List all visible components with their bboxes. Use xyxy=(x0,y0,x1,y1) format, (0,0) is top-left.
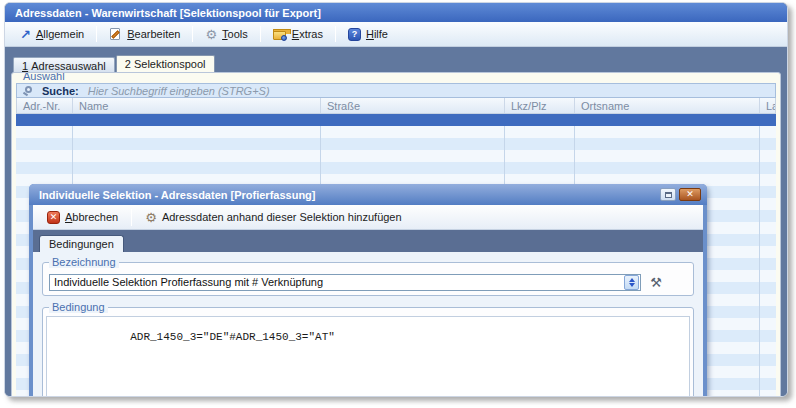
column-header-adrnr[interactable]: Adr.-Nr. xyxy=(17,98,73,113)
menu-item-hilfe[interactable]: ? Hilfe xyxy=(341,25,395,44)
magnifier-icon xyxy=(23,85,35,97)
grid-line xyxy=(759,126,760,397)
search-placeholder: Hier Suchbegriff eingeben (STRG+S) xyxy=(88,85,270,97)
dialog-toolbar: ✕ Abbrechen ⚙ Adressdaten anhand dieser … xyxy=(33,205,703,230)
individuelle-selektion-dialog: Individuelle Selektion - Adressdaten [Pr… xyxy=(29,184,707,397)
cancel-x-icon: ✕ xyxy=(47,211,60,224)
tab-bedingungen[interactable]: Bedingungen xyxy=(39,235,124,252)
column-header-lkzplz[interactable]: Lkz/Plz xyxy=(505,98,575,113)
close-button[interactable]: ✕ xyxy=(679,188,701,201)
bedingung-groupbox: Bedingung ADR_1450_3="DE"#ADR_1450_3="AT… xyxy=(42,307,694,397)
search-label: Suche: xyxy=(42,85,79,97)
arrow-up-right-icon: ↗ xyxy=(20,29,31,40)
tools-gear-icon: ⚙ xyxy=(205,28,217,41)
menu-item-bearbeiten[interactable]: Bearbeiten xyxy=(102,25,187,44)
add-selection-button[interactable]: ⚙ Adressdaten anhand dieser Selektion hi… xyxy=(139,209,407,226)
column-header-ortsname[interactable]: Ortsname xyxy=(575,98,760,113)
bedingung-expression: ADR_1450_3="DE"#ADR_1450_3="AT" xyxy=(130,331,335,343)
hammer-icon[interactable]: ⚒ xyxy=(641,276,671,289)
search-input[interactable]: Suche: Hier Suchbegriff eingeben (STRG+S… xyxy=(16,83,776,98)
bedingungen-page: Bezeichnung Individuelle Selektion Profi… xyxy=(33,252,703,397)
menu-separator xyxy=(335,26,336,42)
gear-icon: ⚙ xyxy=(145,211,157,224)
menu-item-extras[interactable]: Extras xyxy=(266,25,330,43)
tab-selektionspool[interactable]: 2 Selektionspool xyxy=(116,55,215,72)
empty-grid-row xyxy=(16,162,776,174)
restore-icon xyxy=(665,192,672,198)
restore-button[interactable] xyxy=(660,188,676,201)
dialog-tabstrip: Bedingungen xyxy=(33,230,703,252)
main-content: 1 Adressauswahl 2 Selektionspool Auswahl… xyxy=(5,47,787,397)
auswahl-legend: Auswahl xyxy=(20,72,68,82)
empty-grid-row xyxy=(16,150,776,162)
tab-adressauswahl[interactable]: 1 Adressauswahl xyxy=(13,57,115,72)
menu-item-tools[interactable]: ⚙ Tools xyxy=(198,25,254,44)
bedingung-legend: Bedingung xyxy=(49,301,108,313)
up-down-spinner-icon[interactable] xyxy=(624,275,639,290)
bezeichnung-legend: Bezeichnung xyxy=(49,256,119,268)
bezeichnung-value: Individuelle Selektion Profierfassung mi… xyxy=(50,276,624,288)
abbrechen-button[interactable]: ✕ Abbrechen xyxy=(41,209,124,226)
menu-bar: ↗ Allgemein Bearbeiten ⚙ Tools Extras ? … xyxy=(5,22,787,47)
dialog-titlebar[interactable]: Individuelle Selektion - Adressdaten [Pr… xyxy=(29,184,707,205)
app-window: Adressdaten - Warenwirtschaft [Selektion… xyxy=(4,2,788,397)
empty-grid-row xyxy=(16,138,776,150)
bedingung-textarea[interactable]: ADR_1450_3="DE"#ADR_1450_3="AT" xyxy=(46,316,690,397)
edit-icon xyxy=(109,28,122,41)
main-tabs: 1 Adressauswahl 2 Selektionspool xyxy=(13,55,787,72)
bezeichnung-combobox[interactable]: Individuelle Selektion Profierfassung mi… xyxy=(49,274,641,291)
grid-header: Adr.-Nr. Name Straße Lkz/Plz Ortsname La… xyxy=(16,98,776,114)
selected-row[interactable] xyxy=(16,114,776,126)
dialog-title: Individuelle Selektion - Adressdaten [Pr… xyxy=(39,189,657,201)
extras-folder-icon xyxy=(273,29,287,40)
menu-separator xyxy=(260,26,261,42)
menu-separator xyxy=(96,26,97,42)
app-titlebar[interactable]: Adressdaten - Warenwirtschaft [Selektion… xyxy=(5,3,787,22)
empty-grid-row xyxy=(16,126,776,138)
menu-separator xyxy=(192,26,193,42)
column-header-strasse[interactable]: Straße xyxy=(321,98,505,113)
menu-item-allgemein[interactable]: ↗ Allgemein xyxy=(13,25,91,43)
column-header-name[interactable]: Name xyxy=(73,98,321,113)
app-title: Adressdaten - Warenwirtschaft [Selektion… xyxy=(15,7,321,19)
toolbar-separator xyxy=(131,209,132,226)
column-header-land[interactable]: Land xyxy=(760,98,775,113)
bezeichnung-groupbox: Bezeichnung Individuelle Selektion Profi… xyxy=(42,262,694,296)
help-icon: ? xyxy=(348,28,361,41)
